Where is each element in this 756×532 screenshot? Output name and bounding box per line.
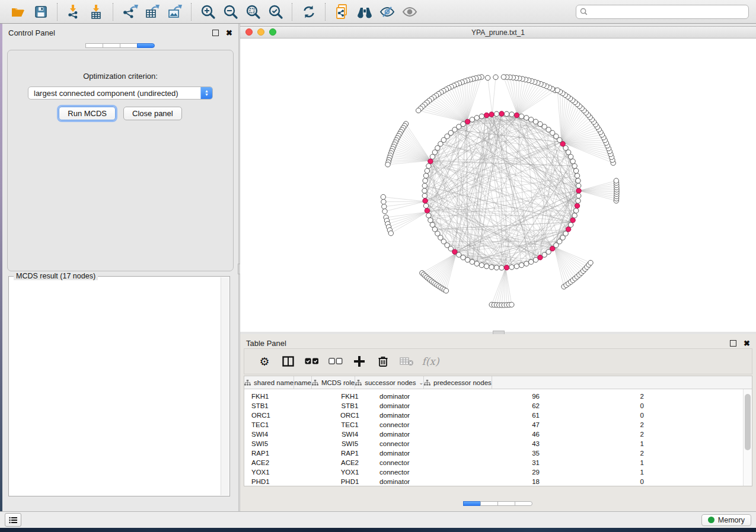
- memory-button[interactable]: Memory: [701, 514, 751, 526]
- table-settings-button[interactable]: ⚙: [253, 351, 276, 372]
- table-row[interactable]: SWI5 SWI5 connector 43 1: [244, 439, 752, 448]
- control-panel-tab[interactable]: [103, 43, 120, 48]
- criterion-dropdown-value: largest connected component (undirected): [28, 89, 200, 98]
- right-column: YPA_prune.txt_1 Table Panel ✖ ⚙: [240, 24, 756, 511]
- mcds-result-list: [9, 277, 221, 495]
- open-folder-icon: [11, 5, 26, 19]
- network-from-document-button[interactable]: [332, 2, 352, 21]
- close-panel-button[interactable]: Close panel: [123, 107, 182, 120]
- cell-name: YOX1: [326, 469, 374, 476]
- desktop-background-strip: [0, 528, 756, 532]
- column-header-label: MCDS role: [321, 379, 355, 386]
- cell-shared-name: SWI4: [244, 431, 326, 438]
- zoom-fit-button[interactable]: [243, 2, 263, 21]
- export-image-button[interactable]: [165, 2, 185, 21]
- cell-shared-name: STB1: [244, 402, 326, 409]
- cell-successor-nodes: 29: [468, 469, 549, 476]
- sitemap-icon: [244, 380, 251, 386]
- float-window-icon[interactable]: [212, 30, 219, 36]
- main-toolbar: [0, 0, 756, 24]
- table-row[interactable]: STB1 STB1 dominator 62 0: [244, 401, 752, 411]
- refresh-button[interactable]: [299, 2, 319, 21]
- network-document-icon: [334, 4, 350, 20]
- eye-slash-icon: [379, 5, 395, 19]
- cell-name: SWI4: [326, 431, 374, 438]
- add-column-button[interactable]: [347, 351, 371, 372]
- cell-mcds-role: dominator: [374, 393, 468, 400]
- column-header[interactable]: predecessor nodes: [424, 376, 492, 389]
- cell-mcds-role: dominator: [374, 412, 468, 419]
- table-row[interactable]: YOX1 YOX1 connector 29 1: [244, 467, 752, 477]
- criterion-dropdown[interactable]: largest connected component (undirected)…: [28, 86, 213, 100]
- export-table-button[interactable]: [142, 2, 162, 21]
- cell-successor-nodes: 43: [468, 440, 549, 447]
- control-panel-tab[interactable]: [120, 43, 138, 48]
- maximize-window-icon[interactable]: [269, 28, 276, 36]
- search-tools-button[interactable]: [355, 2, 375, 21]
- zoom-out-button[interactable]: [221, 2, 241, 21]
- dropdown-stepper-icon: ▲▼: [200, 86, 212, 100]
- table-tab[interactable]: [515, 501, 532, 506]
- cell-mcds-role: connector: [374, 469, 468, 476]
- cell-successor-nodes: 62: [468, 402, 549, 409]
- run-mcds-button[interactable]: Run MCDS: [59, 107, 116, 120]
- toolbar-separator: [292, 3, 293, 21]
- network-view-window: YPA_prune.txt_1: [240, 26, 756, 332]
- cell-predecessor-nodes: 2: [549, 431, 651, 438]
- import-table-button[interactable]: [87, 2, 107, 21]
- mcds-list-scrollbar[interactable]: [221, 277, 229, 495]
- save-floppy-icon: [34, 5, 48, 19]
- cell-mcds-role: connector: [374, 440, 468, 447]
- float-window-icon[interactable]: [730, 340, 736, 347]
- cytoscape-window: Control Panel ✖ Optimization criterion: …: [0, 0, 756, 532]
- close-window-icon[interactable]: [245, 28, 253, 36]
- column-header[interactable]: name: [294, 376, 312, 389]
- cell-mcds-role: connector: [374, 421, 468, 428]
- eye-icon: [401, 5, 418, 19]
- save-session-button[interactable]: [31, 2, 51, 21]
- table-row[interactable]: RAP1 RAP1 dominator 35 2: [244, 448, 752, 458]
- table-scrollbar[interactable]: [743, 389, 752, 486]
- control-panel-tab[interactable]: [137, 43, 155, 48]
- column-header[interactable]: shared name: [244, 376, 294, 389]
- zoom-fit-icon: [245, 4, 261, 20]
- table-tab[interactable]: [497, 501, 515, 506]
- table-scrollbar-thumb[interactable]: [745, 394, 751, 450]
- table-row[interactable]: PHD1 PHD1 dominator 18 0: [244, 477, 752, 486]
- network-canvas[interactable]: [240, 39, 756, 332]
- node-table-body: FKH1 FKH1 dominator 96 2 STB1 STB1 domin…: [244, 389, 752, 486]
- zoom-selected-button[interactable]: [266, 2, 286, 21]
- table-row[interactable]: ORC1 ORC1 dominator 61 0: [244, 411, 752, 420]
- open-session-button[interactable]: [8, 2, 28, 21]
- deselect-all-button[interactable]: [324, 351, 347, 372]
- table-tab[interactable]: [480, 501, 498, 506]
- network-titlebar: YPA_prune.txt_1: [240, 27, 756, 39]
- table-row[interactable]: TEC1 TEC1 connector 47 2: [244, 420, 752, 430]
- table-row[interactable]: ACE2 ACE2 connector 31 1: [244, 458, 752, 467]
- split-columns-button[interactable]: [276, 351, 300, 372]
- column-header[interactable]: MCDS role: [312, 376, 355, 389]
- table-row[interactable]: SWI4 SWI4 dominator 46 2: [244, 430, 752, 439]
- column-header[interactable]: successor nodes ⌄: [355, 376, 424, 389]
- global-search-field[interactable]: [576, 5, 749, 19]
- zoom-in-icon: [200, 4, 216, 20]
- hide-panel-button[interactable]: [377, 2, 397, 21]
- close-panel-icon[interactable]: ✖: [744, 341, 750, 346]
- close-panel-icon[interactable]: ✖: [226, 30, 232, 36]
- trash-icon: [378, 355, 388, 367]
- delete-column-button[interactable]: [371, 351, 395, 372]
- task-history-button[interactable]: [5, 513, 21, 527]
- show-panel-button[interactable]: [400, 2, 420, 21]
- status-bar: Memory: [0, 511, 756, 528]
- cell-shared-name: ACE2: [244, 459, 326, 466]
- table-row[interactable]: FKH1 FKH1 dominator 96 2: [244, 392, 752, 401]
- control-panel-tab[interactable]: [85, 43, 103, 48]
- zoom-in-button[interactable]: [198, 2, 218, 21]
- export-network-button[interactable]: [120, 2, 140, 21]
- import-network-button[interactable]: [64, 2, 84, 21]
- minimize-window-icon[interactable]: [257, 28, 264, 36]
- cell-shared-name: SWI5: [244, 440, 326, 447]
- search-input[interactable]: [591, 7, 745, 17]
- table-tab[interactable]: [463, 501, 481, 506]
- select-all-button[interactable]: [300, 351, 324, 372]
